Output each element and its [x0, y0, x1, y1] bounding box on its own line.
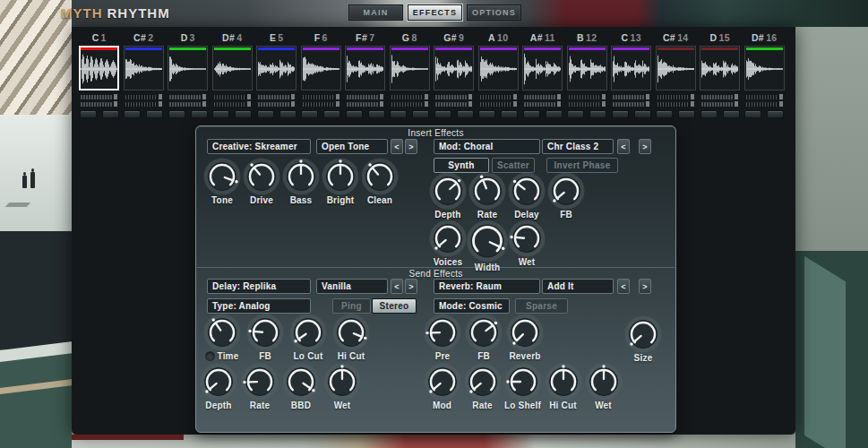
size-knob[interactable]: Size [623, 314, 663, 363]
lo-shelf-knob[interactable]: Lo Shelf [503, 362, 543, 410]
pad-button[interactable] [767, 110, 784, 118]
tab-options[interactable]: OPTIONS [467, 4, 521, 21]
width-knob[interactable]: Width [468, 219, 507, 272]
pad-button[interactable] [612, 110, 629, 118]
pad-button[interactable] [723, 110, 740, 118]
pad-button[interactable] [124, 110, 141, 118]
fb-knob[interactable]: FB [463, 313, 504, 361]
mod-preset-selector[interactable]: Chr Class 2 [542, 139, 614, 154]
pad-button[interactable] [457, 110, 474, 118]
pad-button[interactable] [546, 110, 563, 118]
pad-gs9[interactable]: G#9 [432, 32, 477, 118]
pad-button[interactable] [146, 110, 163, 118]
wet-knob[interactable]: Wet [507, 219, 546, 272]
depth-knob[interactable]: Depth [428, 171, 468, 220]
waveform-display[interactable] [567, 46, 607, 90]
drive-knob[interactable]: Drive [242, 157, 281, 205]
pad-button[interactable] [168, 110, 185, 118]
waveform-display[interactable] [390, 46, 430, 90]
pad-button[interactable] [80, 110, 97, 118]
pad-cs2[interactable]: C#2 [122, 32, 167, 118]
ping-button[interactable]: Ping [332, 298, 371, 314]
creative-preset-prev-button[interactable]: < [391, 139, 403, 154]
waveform-display[interactable] [478, 46, 519, 90]
pad-f6[interactable]: F6 [299, 32, 344, 118]
pad-c13[interactable]: C13 [609, 32, 654, 118]
pad-button[interactable] [368, 110, 385, 118]
pad-d3[interactable]: D3 [166, 32, 211, 118]
pad-b12[interactable]: B12 [565, 32, 610, 118]
voices-knob[interactable]: Voices [428, 219, 468, 272]
pad-c1[interactable]: C1 [77, 32, 122, 118]
hi-cut-knob[interactable]: Hi Cut [330, 313, 373, 361]
time-knob[interactable]: Time [201, 313, 244, 361]
pad-button[interactable] [656, 110, 673, 118]
rate-knob[interactable]: Rate [239, 362, 280, 410]
bbd-knob[interactable]: BBD [280, 362, 322, 410]
sparse-button[interactable]: Sparse [515, 298, 568, 314]
delay-preset-prev-button[interactable]: < [391, 279, 403, 294]
waveform-display[interactable] [611, 46, 651, 90]
pad-button[interactable] [346, 110, 363, 118]
pad-ds4[interactable]: D#4 [211, 32, 255, 118]
pad-as11[interactable]: A#11 [520, 32, 565, 118]
reverb-mode-selector[interactable]: Mode: Cosmic [434, 298, 510, 314]
tab-main[interactable]: MAIN [348, 4, 403, 21]
pad-button[interactable] [412, 110, 429, 118]
delay-preset-next-button[interactable]: > [405, 279, 417, 294]
lo-cut-knob[interactable]: Lo Cut [287, 313, 330, 361]
pad-g8[interactable]: G8 [388, 32, 433, 118]
rate-knob[interactable]: Rate [468, 171, 507, 220]
bright-knob[interactable]: Bright [321, 157, 360, 205]
pad-cs14[interactable]: C#14 [654, 32, 699, 118]
pad-button[interactable] [523, 110, 540, 118]
pre-knob[interactable]: Pre [422, 313, 463, 361]
bass-knob[interactable]: Bass [281, 157, 321, 205]
pad-button[interactable] [501, 110, 518, 118]
rate-knob[interactable]: Rate [462, 362, 503, 410]
delay-preset-selector[interactable]: Vanilla [316, 279, 388, 294]
reverb-preset-selector[interactable]: Add It [542, 279, 614, 294]
pad-button[interactable] [323, 110, 340, 118]
pad-a10[interactable]: A10 [477, 32, 521, 118]
pad-button[interactable] [744, 110, 761, 118]
pad-button[interactable] [678, 110, 695, 118]
reverb-preset-prev-button[interactable]: < [617, 279, 630, 294]
waveform-display[interactable] [301, 46, 341, 90]
pad-button[interactable] [257, 110, 274, 118]
reverb-preset-next-button[interactable]: > [639, 279, 651, 294]
waveform-display[interactable] [124, 46, 164, 90]
reverb-effect-selector[interactable]: Reverb: Raum [434, 279, 540, 294]
reverb-knob[interactable]: Reverb [504, 313, 546, 361]
wet-knob[interactable]: Wet [583, 362, 623, 410]
pad-button[interactable] [700, 110, 718, 118]
mod-preset-next-button[interactable]: > [639, 139, 651, 154]
mod-effect-selector[interactable]: Mod: Choral [434, 139, 540, 154]
mod-preset-prev-button[interactable]: < [617, 139, 630, 154]
pad-button[interactable] [235, 110, 252, 118]
waveform-display[interactable] [168, 46, 208, 90]
pad-button[interactable] [567, 110, 584, 118]
clean-knob[interactable]: Clean [360, 157, 400, 205]
pad-button[interactable] [634, 110, 651, 118]
stereo-button[interactable]: Stereo [372, 298, 417, 314]
fb-knob[interactable]: FB [244, 313, 287, 361]
pad-d15[interactable]: D15 [698, 32, 743, 118]
creative-preset-selector[interactable]: Open Tone [316, 139, 388, 154]
tab-effects[interactable]: EFFECTS [408, 4, 462, 21]
creative-effect-selector[interactable]: Creative: Skreamer [207, 139, 311, 154]
pad-button[interactable] [390, 110, 407, 118]
pad-button[interactable] [434, 110, 451, 118]
delay-effect-selector[interactable]: Delay: Replika [207, 279, 311, 294]
waveform-display[interactable] [434, 46, 474, 90]
pad-button[interactable] [191, 110, 208, 118]
pad-button[interactable] [589, 110, 606, 118]
waveform-display[interactable] [212, 46, 253, 90]
delay-type-selector[interactable]: Type: Analog [207, 298, 311, 314]
waveform-display[interactable] [256, 46, 296, 90]
waveform-display[interactable] [345, 46, 385, 90]
mod-knob[interactable]: Mod [422, 362, 462, 410]
pad-button[interactable] [102, 110, 119, 118]
tone-knob[interactable]: Tone [202, 157, 242, 205]
pad-button[interactable] [279, 110, 296, 118]
